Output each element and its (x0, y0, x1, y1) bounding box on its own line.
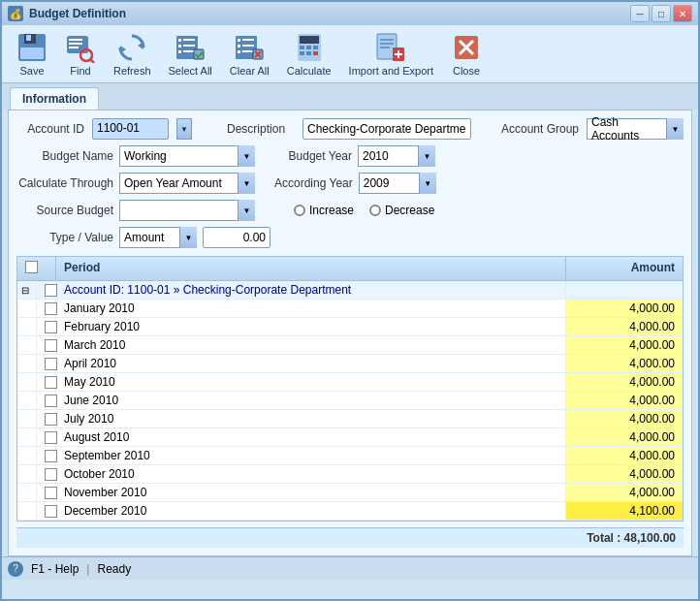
close-window-button[interactable]: ✕ (673, 5, 692, 22)
help-icon: ? (8, 561, 23, 577)
svg-rect-15 (178, 50, 181, 53)
row-checkbox-cell-0 (37, 300, 56, 317)
svg-rect-31 (300, 36, 319, 44)
grid-header-row: Period Amount (17, 257, 683, 281)
decrease-radio[interactable] (369, 205, 381, 216)
col-amount: Amount (566, 257, 683, 280)
row-period-6: July 2010 (56, 410, 566, 427)
find-icon (65, 32, 96, 63)
budget-year-select[interactable]: 2010 ▼ (358, 145, 435, 167)
refresh-button[interactable]: Refresh (107, 28, 158, 80)
increase-label: Increase (309, 204, 354, 217)
clear-all-button[interactable]: Clear All (223, 28, 276, 80)
svg-rect-21 (238, 39, 240, 42)
col-checkbox (17, 257, 56, 280)
svg-rect-3 (20, 47, 44, 59)
close-button[interactable]: Close (444, 28, 489, 80)
account-id-label: Account ID (16, 122, 84, 136)
row-checkbox-cell-3 (37, 355, 56, 372)
find-label: Find (70, 65, 90, 77)
account-group-select[interactable]: Cash Accounts ▼ (587, 118, 684, 140)
minimize-button[interactable]: ─ (630, 5, 650, 22)
row-expand-3 (17, 355, 37, 372)
type-select[interactable]: Amount ▼ (119, 227, 197, 248)
clear-all-icon (234, 32, 265, 63)
svg-rect-33 (306, 46, 311, 49)
description-input[interactable] (302, 118, 471, 140)
content-area: Account ID 1100-01 ▼ Description Account… (8, 110, 692, 556)
svg-rect-18 (183, 50, 195, 52)
svg-rect-24 (242, 39, 254, 41)
row-expand-8 (17, 447, 37, 464)
svg-rect-13 (178, 39, 181, 42)
increase-decrease-group: Increase Decrease (294, 200, 434, 221)
svg-rect-26 (242, 50, 254, 52)
budget-name-label: Budget Name (16, 149, 113, 163)
find-button[interactable]: Find (58, 28, 103, 80)
according-year-label: According Year (274, 176, 353, 190)
row-checkbox-cell-11 (37, 502, 56, 520)
account-id-input[interactable]: 1100-01 (92, 118, 169, 140)
header-checkbox[interactable] (25, 261, 38, 273)
row-period-4: May 2010 (56, 373, 566, 391)
svg-rect-34 (313, 46, 318, 49)
row-amount-6: 4,000.00 (566, 410, 683, 427)
row-amount-3: 4,000.00 (566, 355, 683, 372)
maximize-button[interactable]: □ (652, 5, 671, 22)
import-export-label: Import and Export (349, 65, 433, 77)
description-label: Description (227, 122, 295, 136)
save-icon (16, 32, 48, 63)
account-group-label: Account Group (496, 122, 579, 136)
row-checkbox-cell-8 (37, 447, 56, 464)
table-row: December 2010 4,100.00 (17, 502, 683, 521)
row-expand-2 (17, 336, 37, 354)
group-text: Account ID: 1100-01 » Checking-Corporate… (56, 281, 566, 299)
row-expand-1 (17, 318, 37, 335)
row-amount-4: 4,000.00 (566, 373, 683, 391)
source-budget-label: Source Budget (16, 204, 113, 217)
source-budget-select[interactable]: ▼ (119, 200, 255, 221)
table-row: October 2010 4,000.00 (17, 465, 683, 484)
row-checkbox-cell-2 (37, 336, 56, 354)
row-checkbox-cell-7 (37, 428, 56, 446)
according-year-value: 2009 (364, 176, 390, 190)
account-id-dropdown[interactable]: ▼ (176, 118, 192, 140)
row-period-11: December 2010 (56, 502, 566, 520)
save-button[interactable]: Save (10, 28, 54, 80)
window-controls: ─ □ ✕ (630, 5, 692, 22)
row-expand-9 (17, 465, 37, 483)
row-checkbox-cell-9 (37, 465, 56, 483)
increase-radio[interactable] (294, 205, 305, 216)
tab-information[interactable]: Information (10, 87, 99, 110)
row-checkbox-cell-1 (37, 318, 56, 335)
table-row: March 2010 4,000.00 (17, 336, 683, 355)
table-row: May 2010 4,000.00 (17, 373, 683, 392)
svg-rect-35 (300, 51, 304, 55)
svg-rect-37 (313, 51, 318, 55)
increase-option[interactable]: Increase (294, 204, 354, 217)
calculate-through-select[interactable]: Open Year Amount ▼ (119, 173, 255, 194)
tab-bar: Information (2, 83, 698, 110)
row-period-8: September 2010 (56, 447, 566, 464)
row-period-7: August 2010 (56, 428, 566, 446)
import-export-button[interactable]: Import and Export (342, 28, 440, 80)
main-window: Save Find (0, 25, 700, 601)
amount-input[interactable] (203, 227, 270, 248)
title-bar: 💰 Budget Definition ─ □ ✕ (0, 0, 700, 25)
calculate-button[interactable]: Calculate (280, 28, 338, 80)
help-text: F1 - Help (31, 562, 79, 576)
row-period-2: March 2010 (56, 336, 566, 354)
table-row: July 2010 4,000.00 (17, 410, 683, 428)
row-amount-7: 4,000.00 (566, 428, 683, 446)
group-collapse[interactable]: ⊟ (17, 281, 37, 299)
budget-name-select[interactable]: Working ▼ (119, 145, 255, 167)
decrease-option[interactable]: Decrease (369, 204, 434, 217)
according-year-select[interactable]: 2009 ▼ (359, 173, 436, 194)
row-amount-0: 4,000.00 (566, 300, 683, 317)
svg-rect-7 (69, 47, 79, 48)
row-expand-0 (17, 300, 37, 317)
grid-group-row: ⊟ Account ID: 1100-01 » Checking-Corpora… (17, 281, 683, 300)
select-all-button[interactable]: Select All (162, 28, 219, 80)
svg-line-9 (90, 59, 94, 63)
clear-all-label: Clear All (230, 65, 270, 77)
